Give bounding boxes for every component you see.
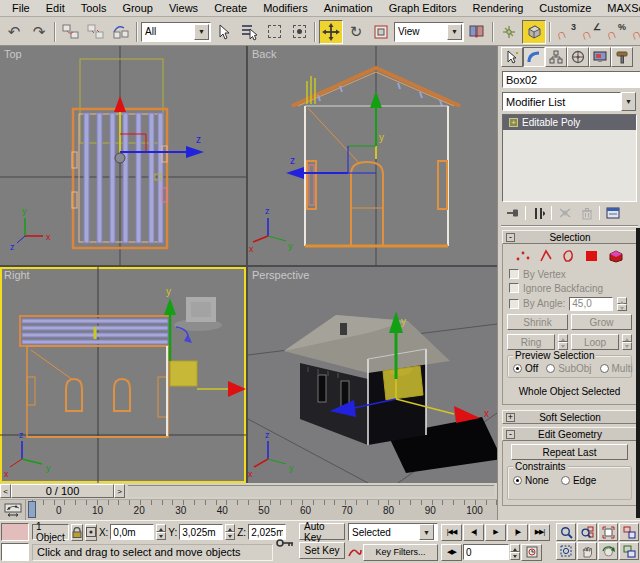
- set-key-mode-icon[interactable]: [348, 546, 362, 558]
- track-bar[interactable]: 010 2030 4050 6070 8090 100: [0, 500, 497, 520]
- remove-modifier-button[interactable]: [577, 205, 596, 222]
- tab-modify[interactable]: [523, 47, 545, 67]
- key-mode-toggle-button[interactable]: ◀▶: [441, 544, 462, 561]
- zoom-region-button[interactable]: [556, 542, 576, 560]
- previous-frame-button[interactable]: ◀|: [463, 524, 484, 541]
- percent-snap-toggle-button[interactable]: ∩%: [604, 20, 628, 44]
- rollout-edit-geometry-header[interactable]: - Edit Geometry: [502, 427, 637, 441]
- rollout-selection-header[interactable]: - Selection: [502, 230, 637, 244]
- viewport-label[interactable]: Back: [252, 48, 276, 60]
- snaps-toggle-button[interactable]: ∩3: [554, 20, 578, 44]
- subobject-vertex-button[interactable]: [515, 249, 531, 263]
- y-coordinate-field[interactable]: [179, 524, 223, 540]
- maxscript-mini-listener[interactable]: [1, 523, 29, 562]
- tab-create[interactable]: [501, 47, 523, 67]
- zoom-extents-button[interactable]: [598, 523, 618, 541]
- subobject-border-button[interactable]: [561, 249, 577, 263]
- redo-button[interactable]: ↷: [27, 20, 51, 44]
- macro-recorder-pane[interactable]: [1, 523, 29, 541]
- constraint-edge-radio[interactable]: Edge: [561, 475, 596, 486]
- bind-to-space-warp-button[interactable]: [109, 20, 133, 44]
- select-and-scale-button[interactable]: [369, 20, 393, 44]
- x-coordinate-field[interactable]: [110, 524, 154, 540]
- current-frame-field[interactable]: [463, 544, 509, 560]
- set-key-button[interactable]: Set Key: [299, 542, 345, 559]
- by-angle-checkbox[interactable]: [509, 299, 519, 309]
- selection-lock-toggle[interactable]: [71, 524, 83, 541]
- viewport-back[interactable]: Back: [248, 46, 497, 265]
- menu-item-tools[interactable]: Tools: [73, 1, 115, 15]
- make-unique-button[interactable]: [555, 205, 574, 222]
- rollout-soft-selection-header[interactable]: + Soft Selection: [502, 410, 637, 424]
- shrink-button[interactable]: Shrink: [507, 314, 568, 330]
- expand-icon[interactable]: +: [509, 118, 518, 127]
- repeat-last-button[interactable]: Repeat Last: [511, 444, 628, 460]
- subobject-polygon-button[interactable]: [584, 249, 600, 263]
- time-slider-next-button[interactable]: >: [114, 484, 125, 498]
- menu-item-edit[interactable]: Edit: [38, 1, 73, 15]
- track-bar-ruler[interactable]: 010 2030 4050 6070 8090 100: [26, 500, 497, 520]
- reference-coordinate-system-dropdown[interactable]: View ▼: [394, 22, 464, 42]
- time-slider-track[interactable]: [128, 485, 494, 497]
- loop-button[interactable]: Loop: [571, 334, 619, 350]
- select-and-manipulate-button[interactable]: [497, 20, 521, 44]
- arc-rotate-button[interactable]: [598, 542, 618, 560]
- angle-snap-toggle-button[interactable]: ∩∠: [579, 20, 603, 44]
- dropdown-arrow-icon[interactable]: ▼: [194, 24, 209, 40]
- select-and-move-button[interactable]: [319, 20, 343, 44]
- select-and-link-button[interactable]: [59, 20, 83, 44]
- preview-subobj-radio[interactable]: SubObj: [546, 363, 591, 374]
- time-slider-handle[interactable]: 0 / 100: [11, 484, 114, 498]
- window-crossing-button[interactable]: [287, 20, 311, 44]
- go-to-end-button[interactable]: ▶▶|: [529, 524, 550, 541]
- preview-multi-radio[interactable]: Multi: [600, 363, 633, 374]
- select-and-rotate-button[interactable]: ↻: [344, 20, 368, 44]
- tab-motion[interactable]: [567, 47, 589, 67]
- viewport-perspective[interactable]: Perspective: [248, 267, 497, 483]
- tab-display[interactable]: [589, 47, 611, 67]
- viewport-label[interactable]: Perspective: [252, 269, 309, 281]
- constraint-none-radio[interactable]: None: [513, 475, 549, 486]
- viewport-top[interactable]: Top: [0, 46, 246, 265]
- play-button[interactable]: ▶: [485, 524, 506, 541]
- keyboard-override-toggle-button[interactable]: [522, 20, 546, 44]
- grow-button[interactable]: Grow: [571, 314, 632, 330]
- open-mini-curve-editor-button[interactable]: [0, 500, 26, 520]
- by-vertex-checkbox[interactable]: [509, 269, 519, 279]
- object-name-field[interactable]: [502, 71, 640, 88]
- frame-spinner[interactable]: [510, 544, 520, 560]
- time-configuration-button[interactable]: [521, 544, 542, 561]
- viewport-perspective-canvas[interactable]: y x z x y: [248, 267, 497, 483]
- stack-item-editable-poly[interactable]: + Editable Poly: [503, 115, 636, 130]
- subobject-element-button[interactable]: [607, 249, 625, 263]
- viewport-right-canvas[interactable]: y z x y: [0, 267, 246, 483]
- go-to-start-button[interactable]: |◀◀: [441, 524, 462, 541]
- selection-filter-dropdown[interactable]: All ▼: [141, 22, 211, 42]
- ring-button[interactable]: Ring: [507, 334, 555, 350]
- zoom-all-button[interactable]: [577, 523, 597, 541]
- dropdown-arrow-icon[interactable]: ▼: [447, 24, 462, 40]
- menu-item-animation[interactable]: Animation: [316, 1, 381, 15]
- collapse-icon[interactable]: -: [506, 233, 515, 242]
- viewport-top-canvas[interactable]: z y x z: [0, 46, 246, 265]
- menu-item-group[interactable]: Group: [114, 1, 161, 15]
- current-frame-marker[interactable]: [28, 501, 36, 518]
- ring-spinner[interactable]: [558, 334, 568, 350]
- configure-modifier-sets-button[interactable]: [603, 205, 622, 222]
- menu-item-file[interactable]: File: [4, 1, 38, 15]
- viewport-back-canvas[interactable]: z y z x y: [248, 46, 497, 265]
- unlink-selection-button[interactable]: [84, 20, 108, 44]
- x-spinner[interactable]: [156, 524, 166, 540]
- dropdown-arrow-icon[interactable]: ▼: [621, 92, 636, 111]
- menu-item-create[interactable]: Create: [206, 1, 255, 15]
- tab-hierarchy[interactable]: [545, 47, 567, 67]
- viewport-label[interactable]: Right: [4, 269, 30, 281]
- by-angle-field[interactable]: [569, 297, 613, 311]
- pan-button[interactable]: [577, 542, 597, 560]
- dropdown-arrow-icon[interactable]: ▼: [419, 524, 434, 540]
- collapse-icon[interactable]: -: [506, 430, 515, 439]
- undo-button[interactable]: ↶: [2, 20, 26, 44]
- modifier-list-dropdown[interactable]: Modifier List ▼: [502, 92, 637, 111]
- subobject-edge-button[interactable]: [538, 249, 554, 263]
- expand-icon[interactable]: +: [506, 413, 515, 422]
